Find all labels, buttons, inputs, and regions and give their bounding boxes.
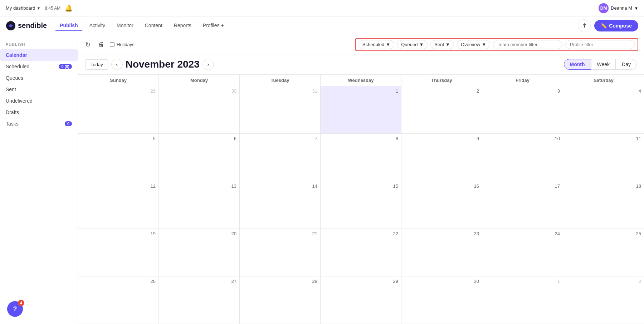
calendar-cell-0-3[interactable]: 1	[321, 86, 401, 134]
filter-overview[interactable]: Overview ▼	[457, 40, 490, 49]
cell-date: 5	[81, 136, 156, 141]
calendar-cell-0-0[interactable]: 29	[78, 86, 159, 134]
nav-publish[interactable]: Publish	[55, 20, 82, 31]
team-member-filter[interactable]	[493, 40, 562, 49]
calendar-cell-4-6[interactable]: 2	[563, 276, 644, 324]
filter-scheduled[interactable]: Scheduled ▼	[358, 40, 394, 49]
calendar-cell-2-4[interactable]: 16	[401, 181, 482, 229]
sent-filter-chevron-icon: ▼	[445, 42, 450, 47]
cell-date: 20	[162, 231, 236, 236]
sidebar-item-calendar[interactable]: Calendar	[0, 49, 78, 61]
nav-content[interactable]: Content	[141, 20, 167, 31]
sidebar-item-sent[interactable]: Sent	[0, 84, 78, 95]
cell-date: 28	[243, 279, 317, 284]
upload-button[interactable]: ⬆	[578, 19, 591, 32]
tasks-badge: 0	[65, 121, 72, 126]
calendar-cell-0-4[interactable]: 2	[401, 86, 482, 134]
filter-queued[interactable]: Queued ▼	[397, 40, 428, 49]
calendar-cell-1-0[interactable]: 5	[78, 134, 159, 181]
calendar-cell-4-0[interactable]: 26	[78, 276, 159, 324]
refresh-button[interactable]: ↻	[84, 39, 92, 50]
scheduled-badge: 0 (0)	[59, 64, 72, 69]
cell-date: 16	[404, 183, 479, 189]
sidebar-item-scheduled[interactable]: Scheduled 0 (0)	[0, 61, 78, 72]
calendar-cell-3-1[interactable]: 20	[159, 229, 240, 276]
sidebar-item-undelivered[interactable]: Undelivered	[0, 95, 78, 107]
toolbar-left: ↻ 🖨 Holidays	[84, 39, 135, 50]
sendible-logo-icon	[6, 21, 16, 31]
navbar-right: ⬆ ✏️ Compose	[578, 19, 638, 32]
cell-date: 3	[485, 88, 560, 94]
calendar-cell-2-1[interactable]: 13	[159, 181, 240, 229]
user-chevron-icon: ▼	[634, 6, 638, 10]
next-month-button[interactable]: ›	[203, 59, 214, 70]
bell-icon[interactable]: 🔔	[65, 4, 73, 12]
print-button[interactable]: 🖨	[96, 39, 106, 50]
view-switcher: Month Week Day	[564, 59, 637, 70]
user-menu[interactable]: DM Deanna M ▼	[599, 3, 638, 13]
calendar-cell-3-0[interactable]: 19	[78, 229, 159, 276]
filter-sent[interactable]: Sent ▼	[430, 40, 454, 49]
calendar-cell-4-3[interactable]: 29	[321, 276, 401, 324]
calendar-cell-4-4[interactable]: 30	[401, 276, 482, 324]
calendar-cell-1-5[interactable]: 10	[482, 134, 563, 181]
calendar-cell-3-6[interactable]: 25	[563, 229, 644, 276]
sidebar-item-drafts[interactable]: Drafts	[0, 107, 78, 118]
calendar-cell-0-5[interactable]: 3	[482, 86, 563, 134]
calendar-cell-1-4[interactable]: 9	[401, 134, 482, 181]
calendar-cell-4-1[interactable]: 27	[159, 276, 240, 324]
calendar-cell-3-5[interactable]: 24	[482, 229, 563, 276]
sidebar-item-queues[interactable]: Queues	[0, 72, 78, 84]
calendar-cell-1-1[interactable]: 6	[159, 134, 240, 181]
profile-filter[interactable]	[565, 40, 635, 49]
calendar-cell-0-6[interactable]: 4	[563, 86, 644, 134]
calendar-cell-2-0[interactable]: 12	[78, 181, 159, 229]
prev-month-button[interactable]: ‹	[111, 59, 123, 70]
navbar: sendible Publish Activity Monitor Conten…	[0, 16, 644, 35]
day-header-tuesday: Tuesday	[240, 75, 321, 86]
nav-activity[interactable]: Activity	[85, 20, 109, 31]
cell-date: 27	[162, 279, 236, 284]
toolbar: ↻ 🖨 Holidays Scheduled ▼ Queued ▼ Sent	[78, 35, 644, 54]
view-day-button[interactable]: Day	[616, 59, 637, 70]
holidays-toggle[interactable]: Holidays	[110, 42, 135, 47]
calendar-cell-2-5[interactable]: 17	[482, 181, 563, 229]
day-header-wednesday: Wednesday	[321, 75, 401, 86]
calendar-cell-0-2[interactable]: 31	[240, 86, 321, 134]
help-button[interactable]: ? 4	[7, 301, 23, 317]
cell-date: 4	[566, 88, 641, 94]
view-month-button[interactable]: Month	[564, 59, 591, 70]
calendar-week-1: 567891011	[78, 134, 644, 181]
sidebar-section-label: PUBLISH	[0, 41, 78, 49]
calendar-cell-2-3[interactable]: 15	[321, 181, 401, 229]
calendar-cell-3-3[interactable]: 22	[321, 229, 401, 276]
today-button[interactable]: Today	[85, 59, 108, 70]
dashboard-label: My dashboard	[6, 5, 35, 11]
scheduled-filter-chevron-icon: ▼	[386, 42, 390, 47]
calendar-cell-4-2[interactable]: 28	[240, 276, 321, 324]
cell-date: 18	[566, 183, 641, 189]
logo-text: sendible	[18, 21, 47, 30]
help-badge: 4	[18, 300, 24, 306]
calendar-cell-3-2[interactable]: 21	[240, 229, 321, 276]
navbar-links: Publish Activity Monitor Content Reports…	[55, 20, 228, 31]
calendar-cell-4-5[interactable]: 1	[482, 276, 563, 324]
sidebar-item-tasks[interactable]: Tasks 0	[0, 118, 78, 129]
calendar-cell-2-6[interactable]: 18	[563, 181, 644, 229]
calendar-cell-0-1[interactable]: 30	[159, 86, 240, 134]
holidays-checkbox[interactable]	[110, 42, 114, 47]
cell-date: 30	[162, 88, 236, 94]
calendar-cell-2-2[interactable]: 14	[240, 181, 321, 229]
compose-button[interactable]: ✏️ Compose	[594, 20, 638, 31]
nav-profiles[interactable]: Profiles +	[199, 20, 228, 31]
app-body: PUBLISH Calendar Scheduled 0 (0) Queues …	[0, 35, 644, 324]
dashboard-selector[interactable]: My dashboard ▼	[6, 5, 40, 11]
nav-reports[interactable]: Reports	[170, 20, 196, 31]
calendar-cell-1-2[interactable]: 7	[240, 134, 321, 181]
calendar-cell-1-6[interactable]: 11	[563, 134, 644, 181]
calendar-cell-1-3[interactable]: 8	[321, 134, 401, 181]
view-week-button[interactable]: Week	[591, 59, 616, 70]
nav-monitor[interactable]: Monitor	[112, 20, 138, 31]
calendar-cell-3-4[interactable]: 23	[401, 229, 482, 276]
cell-date: 23	[404, 231, 479, 236]
